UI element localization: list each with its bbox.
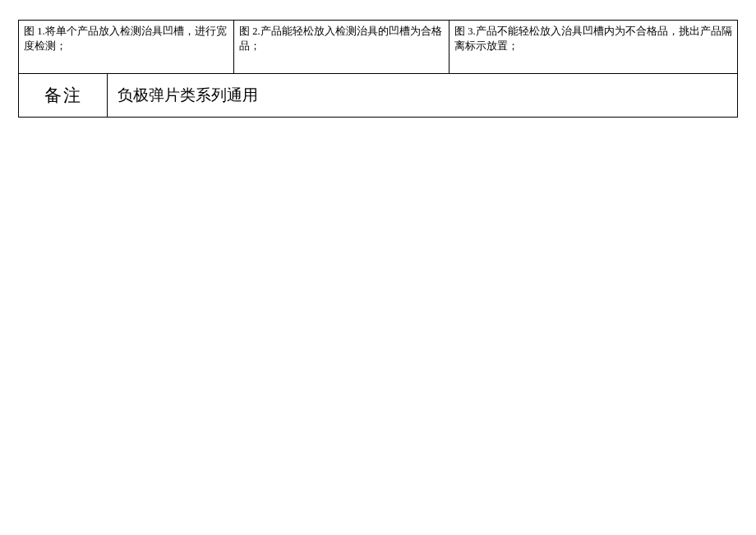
document-table: 图 1.将单个产品放入检测治具凹槽，进行宽度检测； 图 2.产品能轻松放入检测治… (18, 20, 738, 118)
figure-1-caption: 图 1.将单个产品放入检测治具凹槽，进行宽度检测； (19, 21, 234, 73)
remarks-row: 备注 负极弹片类系列通用 (19, 74, 737, 117)
figure-2-caption: 图 2.产品能轻松放入检测治具的凹槽为合格品； (234, 21, 449, 73)
figures-row: 图 1.将单个产品放入检测治具凹槽，进行宽度检测； 图 2.产品能轻松放入检测治… (19, 21, 737, 74)
remarks-label: 备注 (19, 74, 108, 117)
remarks-value: 负极弹片类系列通用 (108, 74, 737, 117)
figure-3-caption: 图 3.产品不能轻松放入治具凹槽内为不合格品，挑出产品隔离标示放置； (449, 21, 737, 73)
